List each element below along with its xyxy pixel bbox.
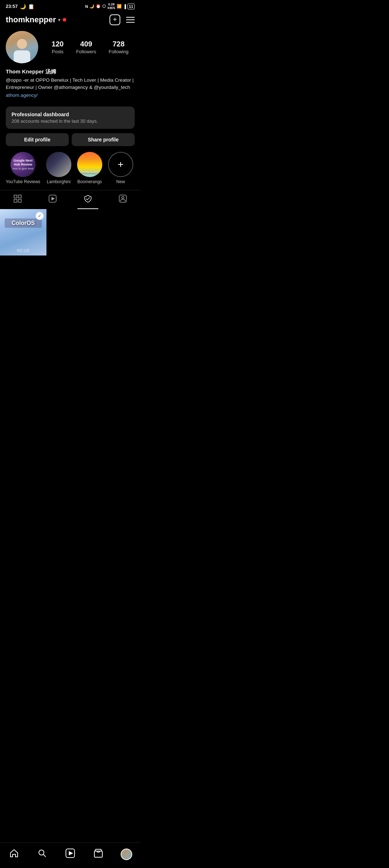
bio-link[interactable]: athom.agency/: [6, 92, 135, 98]
post-thumb-1[interactable]: ColorOS ✓ NO.126: [0, 209, 46, 256]
coloros-label: ColorOS: [12, 220, 35, 226]
highlight-label-boomerangs: Boomerangs: [77, 179, 102, 184]
svg-rect-1: [18, 195, 21, 198]
tab-tagged[interactable]: [70, 190, 106, 209]
highlight-item-lamborghini[interactable]: Gridwall Lamborghini: [46, 152, 71, 184]
alarm-icon: ⏰: [96, 4, 101, 9]
username-area[interactable]: thomknepper ▾: [6, 15, 66, 24]
highlight-circle-youtube: Google Nest Hub Reviewfree to give feed: [10, 152, 36, 177]
bio-text: @oppo -er at OPPO Benelux | Tech Lover |…: [6, 77, 135, 91]
dropdown-icon[interactable]: ▾: [58, 17, 61, 23]
post-number: NO.126: [17, 249, 29, 253]
highlight-item-youtube[interactable]: Google Nest Hub Reviewfree to give feed …: [6, 152, 40, 184]
plus-new-icon: +: [118, 159, 124, 170]
moon-icon: 🌙: [20, 4, 26, 9]
status-right: N 🌙 ⏰ ⬡ 0.29 KB/S 📶 ▐ 11: [85, 3, 135, 10]
action-buttons: Edit profile Share profile: [6, 133, 135, 146]
svg-rect-3: [18, 199, 21, 202]
posts-stat[interactable]: 120 Posts: [52, 40, 63, 54]
moon2-icon: 🌙: [89, 4, 94, 9]
svg-rect-0: [14, 195, 17, 198]
pro-dashboard-subtitle: 208 accounts reached in the last 30 days…: [12, 118, 129, 124]
highlight-circle-boomerangs: Rotterdam: [77, 152, 102, 177]
plus-icon: +: [113, 15, 117, 24]
status-left: 23:57 🌙 📋: [6, 4, 34, 9]
following-count: 728: [112, 40, 124, 48]
post-grid: ColorOS ✓ NO.126: [0, 209, 140, 256]
following-label: Following: [109, 49, 129, 54]
highlights-row: Google Nest Hub Reviewfree to give feed …: [0, 152, 140, 190]
tab-reels[interactable]: [35, 190, 71, 209]
svg-rect-2: [14, 199, 17, 202]
svg-marker-5: [52, 197, 55, 200]
highlight-thumbnail-boomerangs: Rotterdam: [77, 152, 102, 177]
highlight-label-lamborghini: Lamborghini: [47, 179, 71, 184]
profile-top: 120 Posts 409 Followers 728 Following: [6, 31, 135, 63]
top-nav: thomknepper ▾ +: [0, 12, 140, 30]
signal-icon: ▐: [123, 4, 126, 9]
display-name: Thom Knepper 汤姆: [6, 68, 135, 75]
following-stat[interactable]: 728 Following: [109, 40, 129, 54]
notification-dot: [63, 18, 66, 22]
highlight-label-new: New: [116, 179, 125, 184]
network-speed: 0.29 KB/S: [107, 3, 115, 10]
posts-count: 120: [52, 40, 63, 48]
avatar-image: [6, 31, 38, 63]
edit-profile-button[interactable]: Edit profile: [6, 133, 69, 146]
avatar[interactable]: [6, 31, 38, 63]
professional-dashboard[interactable]: Professional dashboard 208 accounts reac…: [6, 107, 135, 129]
svg-point-7: [122, 196, 124, 199]
app-icon: 📋: [28, 4, 34, 9]
bluetooth-icon: ⬡: [102, 4, 106, 9]
new-post-button[interactable]: +: [109, 14, 120, 25]
battery-icon: 11: [128, 4, 135, 9]
followers-label: Followers: [76, 49, 96, 54]
tab-tagged-person[interactable]: [106, 190, 141, 209]
followers-stat[interactable]: 409 Followers: [76, 40, 96, 54]
post-image-1: ColorOS ✓ NO.126: [0, 209, 46, 256]
posts-label: Posts: [52, 49, 64, 54]
stats-area: 120 Posts 409 Followers 728 Following: [45, 40, 135, 54]
reels-tab-icon: [49, 195, 57, 205]
nfc-icon: N: [85, 4, 88, 9]
tagged-tab-icon: [84, 195, 92, 205]
status-bar: 23:57 🌙 📋 N 🌙 ⏰ ⬡ 0.29 KB/S 📶 ▐ 11: [0, 0, 140, 12]
grid-tab-icon: [14, 195, 22, 205]
highlight-circle-lamborghini: Gridwall: [46, 152, 71, 177]
person-tab-icon: [119, 195, 127, 205]
share-profile-button[interactable]: Share profile: [72, 133, 135, 146]
highlight-label-youtube: YouTube Reviews: [6, 179, 40, 184]
pro-dashboard-title: Professional dashboard: [12, 112, 129, 117]
highlight-item-boomerangs[interactable]: Rotterdam Boomerangs: [77, 152, 102, 184]
content-tabs: [0, 190, 140, 209]
nav-icons: +: [109, 14, 135, 25]
profile-section: 120 Posts 409 Followers 728 Following Th…: [0, 30, 140, 103]
wifi-icon: 📶: [117, 4, 122, 9]
username-label: thomknepper: [6, 15, 56, 24]
followers-count: 409: [80, 40, 92, 48]
menu-button[interactable]: [126, 17, 135, 23]
highlight-item-new[interactable]: + New: [108, 152, 133, 184]
highlight-circle-new: +: [108, 152, 133, 177]
tab-grid[interactable]: [0, 190, 35, 209]
highlight-thumbnail-youtube: Google Nest Hub Reviewfree to give feed: [10, 152, 36, 177]
status-time: 23:57: [6, 4, 18, 9]
post-badge: ✓: [36, 212, 44, 220]
highlight-thumbnail-lamborghini: Gridwall: [46, 152, 71, 177]
